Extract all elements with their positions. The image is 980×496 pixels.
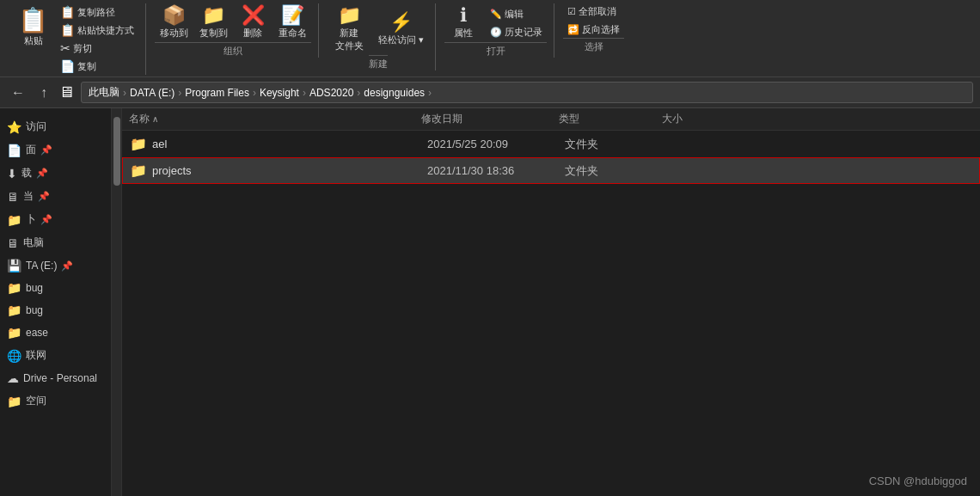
bug1-icon: 📁 [7,281,21,295]
drive-icon: 💾 [7,259,21,272]
face-pin[interactable]: 📌 [40,144,52,156]
pc-icon: 🖥 [58,83,74,101]
sidebar-item-download-label: 载 [21,166,32,181]
sidebar-item-download[interactable]: ⬇ 载 📌 [0,162,111,185]
select-none-icon: ☑ [567,6,576,17]
sidebar-item-network[interactable]: 🌐 联网 [0,344,111,367]
easy-access-label: 轻松访问 ▾ [378,34,424,46]
bu-pin[interactable]: 📌 [40,214,52,225]
scroll-track[interactable] [112,108,122,496]
paste-label: 粘贴 [24,34,43,47]
sidebar-item-ease[interactable]: 📁 ease [0,321,111,344]
sidebar-item-face-label: 面 [26,143,36,157]
move-to-button[interactable]: 📦 移动到 [155,3,193,42]
path-drive[interactable]: DATA (E:) [130,87,175,99]
up-button[interactable]: ↑ [36,83,52,102]
easy-access-button[interactable]: ⚡ 轻松访问 ▾ [374,10,428,49]
invert-select-label: 反向选择 [582,23,620,36]
watermark: CSDN @hdubiggod [869,475,967,487]
sidebar-item-bug1[interactable]: 📁 bug [0,277,111,299]
path-designguides[interactable]: designguides [364,87,425,99]
new-group: 📁 新建文件夹 ⚡ 轻松访问 ▾ 新建 [321,3,436,70]
sidebar-item-drive-personal-label: Drive - Personal [23,372,97,384]
file-date-projects: 2021/11/30 18:36 [427,164,565,177]
file-date-ael: 2021/5/25 20:09 [427,138,565,150]
rename-label: 重命名 [279,27,307,40]
path-ads2020[interactable]: ADS2020 [309,87,353,99]
main-area: ⭐ 访问 📄 面 📌 ⬇ 载 📌 🖥 当 📌 📁 卜 📌 🖥 电脑 💾 [0,108,980,496]
table-row[interactable]: 📁 projects 2021/11/30 18:36 文件夹 [122,157,980,184]
sidebar-item-computer-label: 电脑 [23,236,44,250]
paste-shortcut-button[interactable]: 📋 粘贴快捷方式 [56,21,138,39]
new-folder-label: 新建文件夹 [335,27,364,52]
copy-to-label: 复制到 [199,27,228,40]
paste-shortcut-label: 粘贴快捷方式 [77,24,134,37]
copy-to-icon: 📁 [202,6,225,25]
bug2-icon: 📁 [7,303,21,317]
select-group: ☑ 全部取消 🔁 反向选择 选择 [556,3,631,53]
copy-to-button[interactable]: 📁 复制到 [194,3,232,42]
sidebar-item-dang[interactable]: 🖥 当 📌 [0,185,111,208]
drive-pin[interactable]: 📌 [61,260,73,272]
sidebar-item-bu-label: 卜 [26,212,36,227]
download-pin[interactable]: 📌 [36,168,48,179]
file-name-ael: ael [152,138,427,150]
copy-path-label: 复制路径 [77,6,115,19]
col-header-name[interactable]: 名称 ∧ [129,112,421,126]
select-none-label: 全部取消 [579,5,616,18]
sidebar-item-drive-personal[interactable]: ☁ Drive - Personal [0,367,111,389]
organize-row-top: 📦 移动到 📁 复制到 ❌ 删除 📝 重命名 [155,3,311,42]
copy-path-button[interactable]: 📋 复制路径 [56,3,138,21]
delete-button[interactable]: ❌ 删除 [234,3,272,42]
file-list: 📁 ael 2021/5/25 20:09 文件夹 📁 projects 202… [122,131,980,496]
sidebar-item-dang-label: 当 [23,189,34,204]
path-keysight[interactable]: Keysight [260,87,299,99]
scroll-thumb[interactable] [113,117,120,186]
new-folder-button[interactable]: 📁 新建文件夹 [328,3,371,55]
face-icon: 📄 [7,144,21,157]
sidebar-item-space[interactable]: 📁 空间 [0,389,111,413]
folder-icon-projects: 📁 [130,162,147,179]
space-icon: 📁 [7,395,21,408]
col-header-date[interactable]: 修改日期 [421,112,559,126]
select-group-label: 选择 [563,38,624,53]
col-header-type[interactable]: 类型 [559,112,662,126]
clipboard-sub-buttons: 📋 复制路径 📋 粘贴快捷方式 ✂ 剪切 📄 复制 [56,3,138,75]
cut-icon: ✂ [60,41,70,55]
path-program-files[interactable]: Program Files [185,87,249,99]
col-header-size[interactable]: 大小 [662,112,731,126]
sidebar-item-bu[interactable]: 📁 卜 📌 [0,208,111,231]
history-button[interactable]: 🕐 历史记录 [486,24,547,40]
back-button[interactable]: ← [7,83,29,102]
dang-pin[interactable]: 📌 [38,191,50,202]
file-area: 名称 ∧ 修改日期 类型 大小 📁 ael 2021/5/25 20:09 文件… [122,108,980,496]
file-header: 名称 ∧ 修改日期 类型 大小 [122,108,980,131]
sidebar-item-space-label: 空间 [26,394,46,408]
sidebar-item-drive[interactable]: 💾 TA (E:) 📌 [0,254,111,277]
visit-icon: ⭐ [7,120,21,134]
move-to-icon: 📦 [162,6,186,25]
sidebar-item-face[interactable]: 📄 面 📌 [0,138,111,162]
select-none-button[interactable]: ☑ 全部取消 [563,3,624,20]
download-icon: ⬇ [7,167,17,181]
cut-button[interactable]: ✂ 剪切 [56,40,138,57]
invert-select-button[interactable]: 🔁 反向选择 [563,21,624,38]
copy-label: 复制 [77,60,96,73]
sidebar-item-bug1-label: bug [26,282,43,294]
sidebar-item-visit[interactable]: ⭐ 访问 [0,115,111,138]
sidebar-item-computer[interactable]: 🖥 电脑 [0,231,111,254]
address-path[interactable]: 此电脑 › DATA (E:) › Program Files › Keysig… [81,82,973,103]
paste-shortcut-icon: 📋 [60,23,75,37]
paste-button[interactable]: 📋 粘贴 [14,3,52,75]
properties-label: 属性 [454,27,473,40]
edit-button[interactable]: ✏️ 编辑 [486,6,547,22]
sidebar-item-bug2[interactable]: 📁 bug [0,299,111,321]
properties-button[interactable]: ℹ 属性 [444,3,482,42]
file-type-projects: 文件夹 [565,163,668,179]
dang-icon: 🖥 [7,190,19,204]
path-pc[interactable]: 此电脑 [89,85,119,100]
rename-button[interactable]: 📝 重命名 [273,3,311,42]
table-row[interactable]: 📁 ael 2021/5/25 20:09 文件夹 [122,131,980,157]
new-group-label: 新建 [369,55,388,70]
copy-button[interactable]: 📄 复制 [56,58,138,75]
